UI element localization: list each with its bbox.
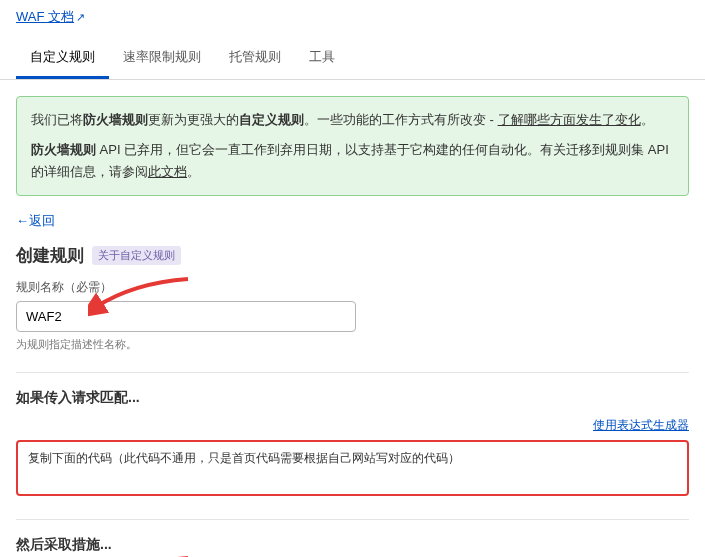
rule-name-input[interactable]: [16, 301, 356, 332]
expression-builder-link[interactable]: 使用表达式生成器: [593, 418, 689, 432]
rule-name-helper: 为规则指定描述性名称。: [16, 337, 689, 352]
notice-changes-link[interactable]: 了解哪些方面发生了变化: [498, 112, 641, 127]
tab-custom-rules[interactable]: 自定义规则: [16, 38, 109, 79]
rule-name-label: 规则名称（必需）: [16, 279, 689, 296]
notice-doc-link[interactable]: 此文档: [148, 164, 187, 179]
back-link[interactable]: ←返回: [16, 212, 689, 230]
tab-tools[interactable]: 工具: [295, 38, 349, 79]
match-section-title: 如果传入请求匹配...: [16, 389, 689, 407]
info-notice: 我们已将防火墙规则更新为更强大的自定义规则。一些功能的工作方式有所改变 - 了解…: [16, 96, 689, 196]
about-custom-rules-badge[interactable]: 关于自定义规则: [92, 246, 181, 265]
waf-doc-link[interactable]: WAF 文档↗: [0, 0, 705, 26]
expression-textarea[interactable]: [16, 440, 689, 496]
action-section-title: 然后采取措施...: [16, 536, 689, 554]
tab-managed-rules[interactable]: 托管规则: [215, 38, 295, 79]
create-rule-title: 创建规则 关于自定义规则: [16, 244, 689, 267]
tab-rate-limit[interactable]: 速率限制规则: [109, 38, 215, 79]
tab-bar: 自定义规则 速率限制规则 托管规则 工具: [0, 38, 705, 80]
external-link-icon: ↗: [76, 11, 85, 24]
